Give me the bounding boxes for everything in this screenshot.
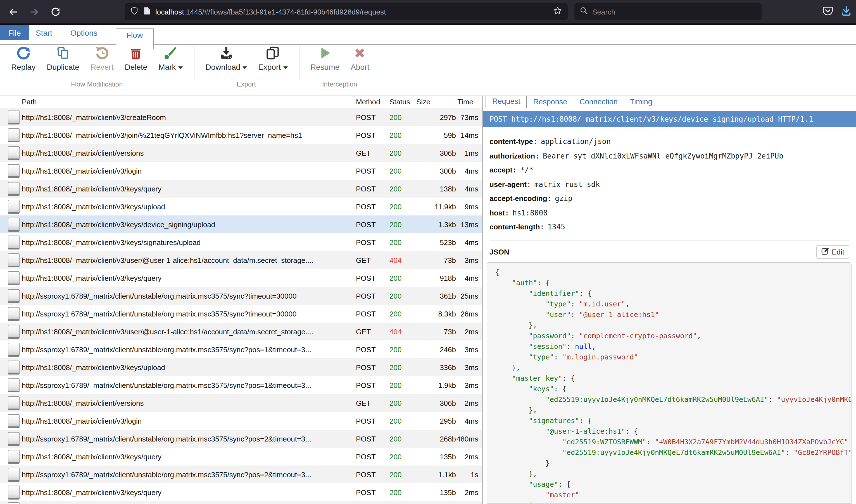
request-header-row[interactable]: user-agent:matrix-rust-sdk (490, 177, 856, 192)
json-line: "@user-1-alice:hs1": { (495, 426, 851, 436)
tab-request[interactable]: Request (485, 96, 527, 108)
flow-method: GET (356, 256, 390, 264)
request-header-row[interactable]: accept-encoding:gzip (490, 192, 856, 206)
pocket-icon[interactable] (822, 5, 833, 18)
request-header-row[interactable]: accept:*/* (490, 163, 856, 177)
flow-time: 3ms (456, 345, 482, 354)
flow-method: POST (356, 381, 390, 389)
page-icon[interactable] (143, 6, 151, 17)
shield-icon[interactable] (130, 6, 139, 17)
search-input[interactable] (592, 7, 738, 16)
flow-row[interactable] (0, 501, 482, 504)
menu-file[interactable]: File (0, 25, 29, 40)
menu-start[interactable]: Start (36, 25, 52, 40)
url-bar[interactable]: localhost:1445/#/flows/fba5f13d-91e1-437… (125, 3, 568, 20)
flow-row[interactable]: http://ssproxy1:6789/_matrix/client/unst… (0, 287, 482, 305)
json-body-view[interactable]: { "auth": { "identifier": { "type": "m.i… (487, 262, 852, 504)
json-line: "keys": { (495, 383, 851, 394)
flow-row[interactable]: http://ssproxy1:6789/_matrix/client/unst… (0, 305, 482, 323)
search-bar[interactable] (575, 3, 761, 20)
downloads-icon[interactable] (841, 5, 852, 18)
request-header-row[interactable]: authorization:Bearer syt_dXNlci0xLWFsaWN… (490, 149, 856, 163)
flow-time: 4ms (456, 417, 482, 425)
request-header-row[interactable]: host:hs1:8008 (490, 206, 856, 220)
menu-tab-flow[interactable]: Flow (116, 29, 153, 49)
flow-path: http://ssproxy1:6789/_matrix/client/unst… (22, 345, 356, 354)
column-header-size[interactable]: Size (412, 98, 456, 106)
flow-type-icon (8, 307, 20, 321)
flow-row[interactable]: http://hs1:8008/_matrix/client/v3/create… (0, 108, 482, 126)
flow-row[interactable]: http://hs1:8008/_matrix/client/v3/keys/q… (0, 180, 482, 198)
flow-size: 135b (412, 452, 456, 461)
request-header-row[interactable]: content-length:1345 (490, 220, 856, 234)
flow-row[interactable]: http://hs1:8008/_matrix/client/v3/loginP… (0, 162, 482, 180)
flow-status: 200 (390, 184, 412, 193)
flow-type-icon (8, 164, 20, 178)
header-value: 1345 (548, 223, 565, 231)
back-button[interactable] (4, 3, 21, 20)
duplicate-icon (56, 46, 70, 60)
flow-row[interactable]: http://hs1:8008/_matrix/client/v3/user/@… (0, 323, 482, 340)
flow-row[interactable]: http://hs1:8008/_matrix/client/v3/keys/u… (0, 358, 482, 376)
flow-row[interactable]: http://ssproxy1:6789/_matrix/client/unst… (0, 430, 482, 448)
flow-row[interactable]: http://ssproxy1:6789/_matrix/client/unst… (0, 340, 482, 358)
column-header-time[interactable]: Time (456, 98, 482, 106)
flow-row[interactable]: http://hs1:8008/_matrix/client/v3/join/%… (0, 126, 482, 144)
resume-icon (318, 46, 331, 60)
flow-time: 25ms (456, 292, 482, 300)
flow-type-icon (8, 485, 20, 499)
flow-type-icon (8, 342, 20, 356)
forward-button[interactable] (26, 3, 42, 20)
flow-row[interactable]: http://hs1:8008/_matrix/client/versionsG… (0, 394, 482, 412)
flow-row[interactable]: http://hs1:8008/_matrix/client/versionsG… (0, 144, 482, 162)
flow-row[interactable]: http://hs1:8008/_matrix/client/v3/keys/s… (0, 233, 482, 251)
flow-row[interactable]: http://ssproxy1:6789/_matrix/client/unst… (0, 466, 482, 483)
flow-row[interactable]: http://hs1:8008/_matrix/client/v3/keys/q… (0, 448, 482, 466)
reload-button[interactable] (47, 3, 64, 20)
header-name: authorization (490, 152, 535, 160)
flow-time: 2ms (456, 399, 482, 407)
caret-down-icon (178, 66, 183, 69)
column-header-path[interactable]: Path (0, 98, 356, 106)
browser-toolbar: localhost:1445/#/flows/fba5f13d-91e1-437… (0, 0, 856, 23)
menu-options[interactable]: Options (70, 25, 98, 40)
flow-row[interactable]: http://hs1:8008/_matrix/client/v3/keys/q… (0, 269, 482, 287)
revert-button[interactable]: Revert (85, 44, 119, 73)
flow-row[interactable]: http://hs1:8008/_matrix/client/v3/user/@… (0, 251, 482, 269)
flow-row[interactable]: http://ssproxy1:6789/_matrix/client/unst… (0, 376, 482, 394)
abort-button[interactable]: Abort (345, 44, 375, 73)
duplicate-button[interactable]: Duplicate (41, 44, 85, 73)
header-name: content-type (490, 138, 533, 146)
tab-response[interactable]: Response (527, 96, 573, 108)
edit-button[interactable]: Edit (816, 245, 849, 259)
flow-status: 200 (390, 202, 412, 211)
mark-button[interactable]: Mark (153, 44, 188, 73)
flow-row[interactable]: http://hs1:8008/_matrix/client/v3/keys/u… (0, 198, 482, 215)
toolbar-button-label: Mark (158, 62, 183, 71)
flow-row[interactable]: http://hs1:8008/_matrix/client/v3/loginP… (0, 412, 482, 430)
flow-size: 138b (412, 184, 456, 193)
toolbar-button-label: Abort (350, 62, 369, 71)
column-header-status[interactable]: Status (390, 98, 412, 106)
flow-status: 200 (390, 488, 412, 497)
flow-type-icon (8, 502, 20, 504)
tab-timing[interactable]: Timing (624, 96, 658, 108)
url-host: localhost (155, 7, 184, 16)
request-header-row[interactable]: content-type:application/json (490, 134, 856, 149)
flow-path: http://ssproxy1:6789/_matrix/client/unst… (22, 292, 356, 300)
flow-type-icon (8, 360, 20, 374)
toolbar-group-label: Export (194, 80, 299, 91)
bookmark-star-icon[interactable] (553, 6, 562, 17)
header-separator: : (547, 195, 552, 203)
resume-button[interactable]: Resume (305, 44, 345, 73)
flow-row[interactable]: http://hs1:8008/_matrix/client/v3/keys/d… (0, 215, 482, 233)
flow-row[interactable]: http://hs1:8008/_matrix/client/v3/keys/q… (0, 483, 482, 501)
replay-button[interactable]: Replay (5, 44, 41, 73)
header-value: */* (520, 166, 533, 175)
download-button[interactable]: Download (200, 44, 253, 73)
column-header-method[interactable]: Method (356, 98, 390, 106)
export-button[interactable]: Export (253, 44, 293, 73)
tab-connection[interactable]: Connection (573, 96, 624, 108)
flow-method: POST (356, 363, 390, 372)
flow-time: 480ms (456, 434, 482, 443)
